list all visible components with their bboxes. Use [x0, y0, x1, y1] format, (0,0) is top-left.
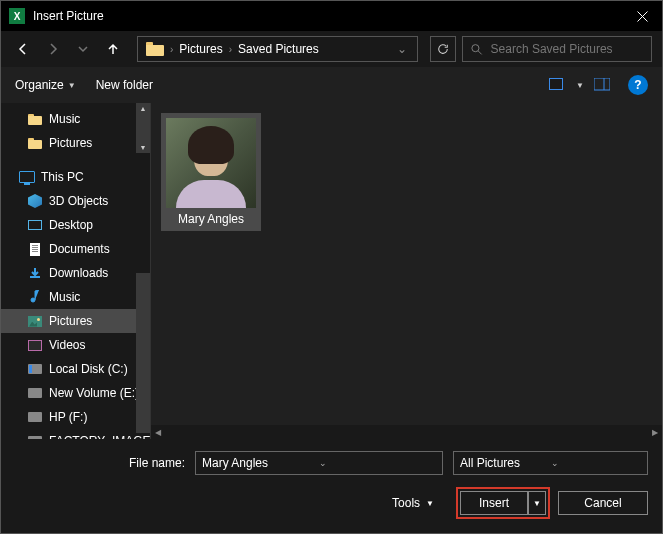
insert-button[interactable]: Insert [460, 491, 528, 515]
tree-label: Videos [49, 338, 85, 352]
chevron-down-icon[interactable]: ⌄ [551, 458, 642, 468]
tree-item-music-quick[interactable]: Music [1, 107, 150, 131]
file-list[interactable]: Mary Angles ◀▶ [151, 103, 662, 439]
insert-picture-dialog: X Insert Picture › Pictures › Saved Pict… [0, 0, 663, 534]
tree-label: Music [49, 290, 80, 304]
svg-rect-2 [550, 79, 562, 89]
content-scrollbar[interactable]: ◀▶ [151, 425, 662, 439]
svg-point-0 [472, 44, 479, 51]
new-folder-button[interactable]: New folder [96, 78, 153, 92]
folder-icon [27, 111, 43, 127]
tree-label: HP (F:) [49, 410, 87, 424]
refresh-icon [437, 43, 449, 55]
close-icon [637, 11, 648, 22]
window-title: Insert Picture [33, 9, 622, 23]
document-icon [27, 241, 43, 257]
tree-label: Music [49, 112, 80, 126]
tree-item-local-disk-c[interactable]: Local Disk (C:) [1, 357, 150, 381]
close-button[interactable] [622, 1, 662, 31]
up-button[interactable] [101, 37, 125, 61]
tree-label: 3D Objects [49, 194, 108, 208]
search-box[interactable] [462, 36, 652, 62]
pc-icon [19, 169, 35, 185]
download-icon [27, 265, 43, 281]
disk-icon [27, 361, 43, 377]
svg-rect-3 [594, 78, 610, 90]
chevron-down-icon: ▼ [533, 499, 541, 508]
tree-label: New Volume (E:) [49, 386, 139, 400]
refresh-button[interactable] [430, 36, 456, 62]
pictures-icon [27, 313, 43, 329]
tree-label: Desktop [49, 218, 93, 232]
view-mode-button[interactable] [548, 75, 568, 95]
disk-icon [27, 385, 43, 401]
3d-icon [27, 193, 43, 209]
tree-item-desktop[interactable]: Desktop [1, 213, 150, 237]
address-dropdown[interactable]: ⌄ [391, 42, 413, 56]
excel-icon: X [9, 8, 25, 24]
tools-button[interactable]: Tools ▼ [392, 496, 434, 510]
cancel-button[interactable]: Cancel [558, 491, 648, 515]
folder-tree: Music Pictures This PC 3D Objects D [1, 103, 150, 439]
folder-icon [27, 135, 43, 151]
breadcrumb-pictures[interactable]: Pictures [175, 42, 226, 56]
file-thumbnail [166, 118, 256, 208]
file-item-mary-angles[interactable]: Mary Angles [161, 113, 261, 231]
tree-item-videos[interactable]: Videos [1, 333, 150, 357]
main-area: Music Pictures This PC 3D Objects D [1, 103, 662, 439]
desktop-icon [27, 217, 43, 233]
disk-icon [27, 409, 43, 425]
tree-item-factory-image[interactable]: FACTORY_IMAGE [1, 429, 150, 439]
tree-label: Documents [49, 242, 110, 256]
chevron-down-icon: ▼ [68, 81, 76, 90]
view-dropdown[interactable]: ▼ [576, 81, 584, 90]
sidebar-scrollbar-top[interactable]: ▲▼ [136, 103, 150, 153]
chevron-right-icon[interactable]: › [168, 44, 175, 55]
tree-item-documents[interactable]: Documents [1, 237, 150, 261]
chevron-down-icon: ▼ [426, 499, 434, 508]
disk-icon [27, 433, 43, 439]
forward-button[interactable] [41, 37, 65, 61]
help-button[interactable]: ? [628, 75, 648, 95]
tree-label: Pictures [49, 136, 92, 150]
filter-label: All Pictures [460, 456, 551, 470]
music-icon [27, 289, 43, 305]
view-controls: ▼ ? [548, 75, 648, 95]
tools-label: Tools [392, 496, 420, 510]
tree-label: Downloads [49, 266, 108, 280]
tree-item-pictures-quick[interactable]: Pictures [1, 131, 150, 155]
search-input[interactable] [491, 42, 643, 56]
tree-item-3d-objects[interactable]: 3D Objects [1, 189, 150, 213]
sidebar-scrollbar[interactable] [136, 273, 150, 433]
footer: File name: Mary Angles ⌄ All Pictures ⌄ … [1, 439, 662, 533]
insert-label: Insert [479, 496, 509, 510]
back-button[interactable] [11, 37, 35, 61]
sidebar: Music Pictures This PC 3D Objects D [1, 103, 151, 439]
file-name-value: Mary Angles [202, 456, 319, 470]
tree-item-this-pc[interactable]: This PC [1, 165, 150, 189]
insert-dropdown-button[interactable]: ▼ [528, 491, 546, 515]
tree-item-downloads[interactable]: Downloads [1, 261, 150, 285]
tree-item-pictures[interactable]: Pictures [1, 309, 150, 333]
breadcrumb-saved-pictures[interactable]: Saved Pictures [234, 42, 323, 56]
address-bar[interactable]: › Pictures › Saved Pictures ⌄ [137, 36, 418, 62]
preview-pane-button[interactable] [592, 75, 612, 95]
cancel-label: Cancel [584, 496, 621, 510]
navbar: › Pictures › Saved Pictures ⌄ [1, 31, 662, 67]
titlebar: X Insert Picture [1, 1, 662, 31]
chevron-down-icon[interactable]: ⌄ [319, 458, 436, 468]
new-folder-label: New folder [96, 78, 153, 92]
tree-item-new-volume-e[interactable]: New Volume (E:) [1, 381, 150, 405]
insert-button-highlight: Insert ▼ [456, 487, 550, 519]
file-label: Mary Angles [166, 208, 256, 226]
file-name-input[interactable]: Mary Angles ⌄ [195, 451, 443, 475]
tree-label: This PC [41, 170, 84, 184]
recent-dropdown[interactable] [71, 37, 95, 61]
toolbar: Organize ▼ New folder ▼ ? [1, 67, 662, 103]
organize-button[interactable]: Organize ▼ [15, 78, 76, 92]
tree-item-music[interactable]: Music [1, 285, 150, 309]
tree-item-hp-f[interactable]: HP (F:) [1, 405, 150, 429]
folder-icon [146, 42, 164, 56]
file-type-filter[interactable]: All Pictures ⌄ [453, 451, 648, 475]
chevron-right-icon[interactable]: › [227, 44, 234, 55]
